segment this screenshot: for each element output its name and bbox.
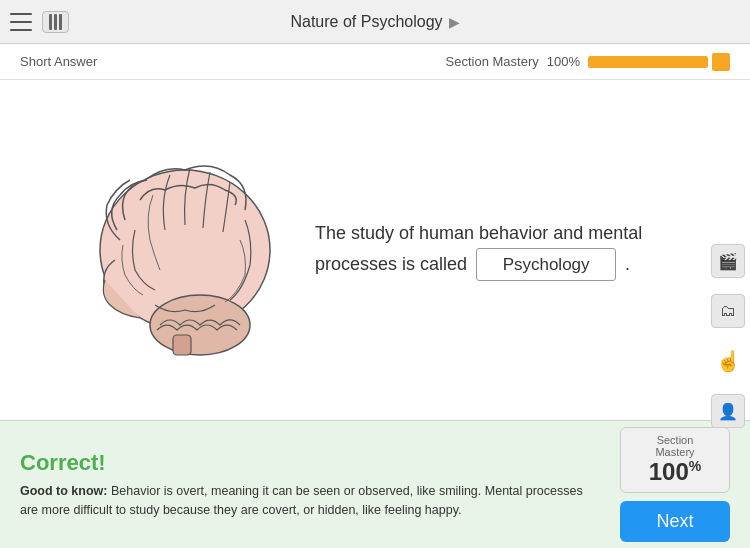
- mastery-bar-end: [712, 53, 730, 71]
- mastery-bar-background: [588, 56, 708, 68]
- mastery-text: Section Mastery: [446, 54, 539, 69]
- video-icon-button[interactable]: 🎬: [711, 244, 745, 278]
- mastery-bar-fill: [588, 56, 708, 68]
- good-to-know-heading: Good to know:: [20, 484, 107, 498]
- right-sidebar: 🎬 🗂 ☝ 👤: [706, 124, 750, 464]
- answer-field[interactable]: Psychology: [476, 248, 616, 281]
- mastery-sup: %: [689, 458, 701, 474]
- good-to-know-text: Good to know: Behavior is overt, meaning…: [20, 482, 600, 520]
- title-text: Nature of Psychology: [290, 13, 442, 31]
- mastery-box-label-line1: Section: [633, 434, 717, 446]
- card-icon-button[interactable]: 🗂: [711, 294, 745, 328]
- bars-icon[interactable]: [42, 11, 69, 33]
- user-icon-button[interactable]: 👤: [711, 394, 745, 428]
- top-bar: Nature of Psychology ▶: [0, 0, 750, 44]
- mastery-bar-container: [588, 53, 730, 71]
- main-content: The study of human behavior and mental p…: [0, 80, 750, 420]
- question-type-label: Short Answer: [20, 54, 97, 69]
- question-area: The study of human behavior and mental p…: [295, 219, 675, 281]
- mastery-box-label-line2: Mastery: [633, 446, 717, 458]
- page-title: Nature of Psychology ▶: [290, 13, 459, 31]
- feedback-text-area: Correct! Good to know: Behavior is overt…: [20, 450, 600, 520]
- mastery-percent: 100%: [547, 54, 580, 69]
- correct-label: Correct!: [20, 450, 600, 476]
- period: .: [625, 254, 630, 274]
- sub-header: Short Answer Section Mastery 100%: [0, 44, 750, 80]
- mastery-number: 100: [649, 458, 689, 485]
- menu-icon[interactable]: [10, 13, 32, 31]
- next-button[interactable]: Next: [620, 501, 730, 542]
- feedback-area: Correct! Good to know: Behavior is overt…: [0, 420, 750, 548]
- svg-rect-2: [173, 335, 191, 355]
- brain-image: [75, 120, 295, 380]
- brain-svg: [85, 140, 285, 360]
- mastery-section: Section Mastery 100%: [446, 53, 730, 71]
- mastery-box-value: 100%: [633, 458, 717, 486]
- pointer-icon-button[interactable]: ☝: [711, 344, 745, 378]
- nav-arrow: ▶: [449, 14, 460, 30]
